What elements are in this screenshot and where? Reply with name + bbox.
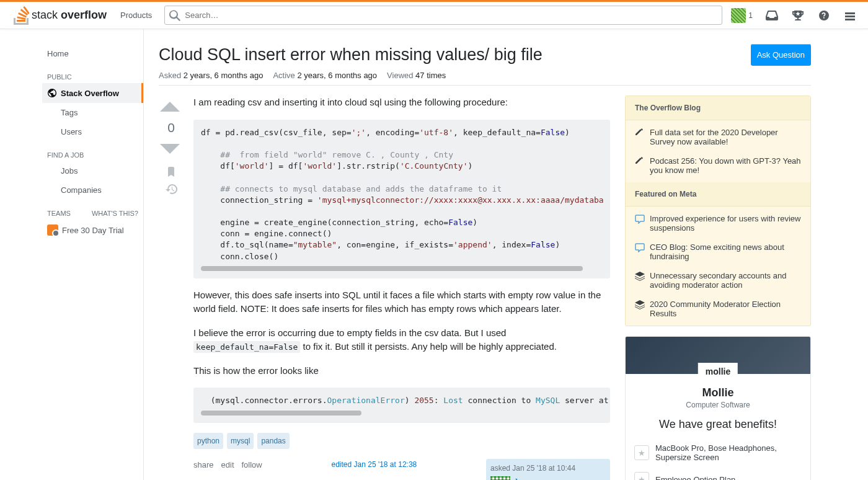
stack-icon xyxy=(635,271,645,290)
reputation-value: 1 xyxy=(748,11,753,20)
nav-stack-overflow[interactable]: Stack Overflow xyxy=(42,83,143,103)
asked-time: asked Jan 25 '18 at 10:44 xyxy=(490,463,606,474)
post-para-1: I am reading csv and inserting it into c… xyxy=(193,96,610,110)
pencil-icon xyxy=(635,128,645,146)
bookmark-button[interactable] xyxy=(159,166,184,177)
free-trial-link[interactable]: Free 30 Day Trial xyxy=(42,220,143,241)
speech-icon xyxy=(635,242,645,261)
tag-pandas[interactable]: pandas xyxy=(257,433,289,449)
post-para-4: This is how the error looks like xyxy=(193,364,610,378)
meta-item[interactable]: Improved experience for users with revie… xyxy=(626,209,810,238)
timeline-button[interactable] xyxy=(159,184,184,195)
nav-header-teams: TEAMS What's this? xyxy=(42,200,143,220)
logo-icon xyxy=(14,6,29,25)
tag-python[interactable]: python xyxy=(193,433,223,449)
edit-link[interactable]: edit xyxy=(221,459,234,471)
blog-item[interactable]: Podcast 256: You down with GPT-3? Yeah y… xyxy=(626,151,810,180)
left-sidebar: Home PUBLIC Stack Overflow Tags Users FI… xyxy=(42,29,144,480)
asker-card: asked Jan 25 '18 at 10:44 Jazz 290 6 xyxy=(486,459,610,480)
edited-link[interactable]: edited Jan 25 '18 at 12:38 xyxy=(332,459,417,470)
nav-stack-overflow-label: Stack Overflow xyxy=(61,89,119,98)
user-profile-link[interactable]: 1 xyxy=(727,8,756,23)
meta-item[interactable]: CEO Blog: Some exciting news about fundr… xyxy=(626,238,810,266)
asker-avatar[interactable] xyxy=(490,476,510,480)
share-link[interactable]: share xyxy=(193,459,214,471)
star-icon: ★ xyxy=(634,445,649,460)
upvote-button[interactable] xyxy=(159,96,181,118)
free-trial-label: Free 30 Day Trial xyxy=(62,226,124,235)
nav-tags[interactable]: Tags xyxy=(42,103,143,122)
ad-company-name: Mollie xyxy=(636,386,800,399)
meta-item[interactable]: Unnecessary secondary accounts and avoid… xyxy=(626,266,810,295)
nav-header-public: PUBLIC xyxy=(42,63,143,83)
downvote-button[interactable] xyxy=(159,138,181,160)
ad-benefit-row: ★ Employee Option Plan xyxy=(626,467,810,480)
nav-jobs[interactable]: Jobs xyxy=(42,161,143,180)
star-icon: ★ xyxy=(634,472,649,480)
whats-this-link[interactable]: What's this? xyxy=(92,210,138,217)
nav-header-find-job: FIND A JOB xyxy=(42,141,143,161)
meta-item[interactable]: 2020 Community Moderator Election Result… xyxy=(626,295,810,323)
asker-name-link[interactable]: Jazz xyxy=(514,478,529,480)
blog-item[interactable]: Full data set for the 2020 Developer Sur… xyxy=(626,123,810,151)
site-logo[interactable]: stack overflow xyxy=(7,6,113,25)
ad-benefit-row: ★ MacBook Pro, Bose Headphones, Supersiz… xyxy=(626,438,810,467)
speech-icon xyxy=(635,214,645,233)
tag-list: python mysql pandas xyxy=(193,433,610,449)
ad-benefits-heading: We have great benefits! xyxy=(636,418,800,431)
nav-companies[interactable]: Companies xyxy=(42,180,143,200)
pencil-icon xyxy=(635,156,645,175)
achievements-icon[interactable] xyxy=(787,5,808,26)
overflow-blog-widget: The Overflow Blog Full data set for the … xyxy=(625,96,811,326)
post-para-2: However, this does safe inserts into SQL… xyxy=(193,288,610,316)
avatar xyxy=(731,8,746,23)
products-link[interactable]: Products xyxy=(113,7,159,24)
post-para-3: I believe the error is occurring due to … xyxy=(193,326,610,354)
code-block-1: df = pd.read_csv(csv_file, sep=';', enco… xyxy=(193,120,610,278)
nav-home[interactable]: Home xyxy=(42,44,143,63)
blog-header: The Overflow Blog xyxy=(626,96,810,120)
logo-text: stack overflow xyxy=(32,9,107,22)
ad-banner-image: mollie xyxy=(626,337,810,374)
follow-link[interactable]: follow xyxy=(242,459,262,471)
meta-header: Featured on Meta xyxy=(626,182,810,207)
stack-icon xyxy=(635,300,645,318)
inbox-icon[interactable] xyxy=(761,5,782,26)
ad-logo: mollie xyxy=(698,363,738,380)
question-title: Cloud SQL insert error when missing valu… xyxy=(159,44,542,66)
vote-count: 0 xyxy=(159,120,184,135)
nav-users[interactable]: Users xyxy=(42,122,143,141)
question-meta: Asked 2 years, 6 months ago Active 2 yea… xyxy=(159,71,811,86)
globe-icon xyxy=(47,88,57,98)
teams-icon xyxy=(47,224,58,236)
help-icon[interactable] xyxy=(813,5,835,26)
ask-question-button[interactable]: Ask Question xyxy=(751,44,811,66)
site-switcher-icon[interactable] xyxy=(839,5,861,26)
search-icon xyxy=(169,10,180,23)
code-block-2: (mysql.connector.errors.OperationalError… xyxy=(193,388,610,422)
company-ad[interactable]: mollie Mollie Computer Software We have … xyxy=(625,336,811,480)
tag-mysql[interactable]: mysql xyxy=(227,433,254,449)
ad-industry: Computer Software xyxy=(636,401,800,409)
search-input[interactable] xyxy=(164,6,722,25)
